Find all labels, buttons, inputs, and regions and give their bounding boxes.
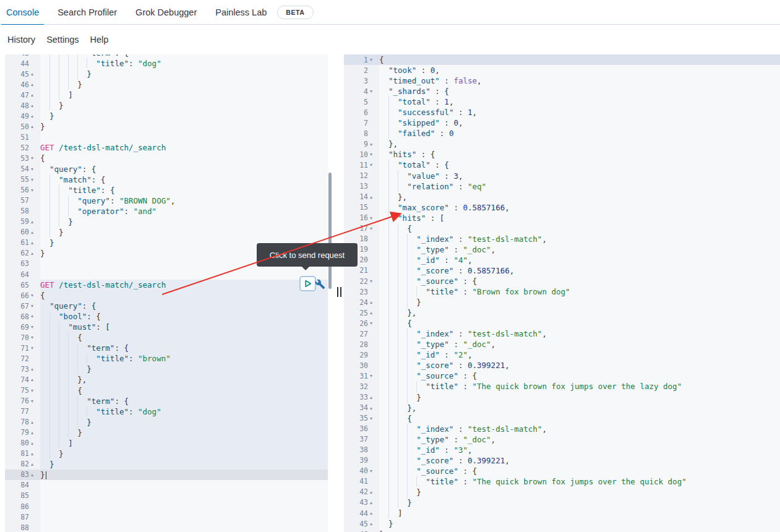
fold-toggle-icon[interactable]: ▴ (29, 79, 40, 90)
code-line-content[interactable]: }, (379, 139, 780, 149)
fold-toggle-icon[interactable]: ▾ (368, 318, 379, 328)
code-line-content[interactable]: { (379, 223, 780, 234)
code-line-content[interactable]: }, (379, 403, 780, 413)
code-line-content[interactable]: "timed_out" : false, (379, 75, 780, 86)
code-line-content[interactable]: "match": { (40, 174, 328, 185)
fold-toggle-icon[interactable]: ▴ (29, 364, 40, 374)
code-line-content[interactable]: }, (379, 307, 780, 318)
code-line-content[interactable] (40, 132, 328, 142)
code-line-content[interactable]: "hits" : { (379, 149, 780, 160)
fold-toggle-icon[interactable]: ▴ (29, 90, 40, 100)
code-line-content[interactable]: "title": "brown" (40, 353, 328, 364)
code-line-content[interactable]: "_type" : "_doc", (379, 434, 780, 445)
fold-toggle-icon[interactable]: ▴ (368, 508, 379, 518)
code-line-content[interactable]: "title" : "The quick brown fox jumps ove… (379, 381, 780, 392)
code-line-content[interactable]: GET /test-dsl-match/_search (40, 280, 328, 290)
fold-toggle-icon[interactable]: ▴ (29, 227, 40, 238)
code-line-content[interactable] (40, 522, 328, 532)
code-line-content[interactable]: "_id" : "3", (379, 445, 780, 455)
fold-toggle-icon[interactable]: ▾ (368, 413, 379, 424)
code-line-content[interactable]: "_shards" : { (379, 86, 780, 97)
fold-toggle-icon[interactable]: ▴ (29, 111, 40, 121)
code-line-content[interactable]: "must": [ (40, 322, 328, 332)
code-line-content[interactable] (40, 501, 328, 512)
code-line-content[interactable]: ] (379, 508, 780, 518)
code-line-content[interactable]: "successful" : 1, (379, 107, 780, 118)
code-line-content[interactable]: } (40, 111, 328, 121)
fold-toggle-icon[interactable]: ▾ (29, 153, 40, 163)
code-line-content[interactable]: "_id" : "4", (379, 255, 780, 265)
fold-toggle-icon[interactable]: ▾ (368, 86, 379, 97)
fold-toggle-icon[interactable]: ▾ (368, 223, 379, 234)
code-line-content[interactable]: "_score" : 0.399221, (379, 455, 780, 466)
menu-history[interactable]: History (6, 35, 36, 45)
code-line-content[interactable]: } (40, 459, 328, 470)
request-editor-scrollbar-thumb[interactable] (328, 173, 332, 289)
code-line-content[interactable]: } (40, 364, 328, 374)
tab-console[interactable]: Console (6, 0, 39, 25)
fold-toggle-icon[interactable]: ▾ (29, 301, 40, 311)
code-line-content[interactable]: "hits" : [ (379, 213, 780, 223)
code-line-content[interactable]: } (379, 529, 780, 532)
code-line-content[interactable]: } (379, 392, 780, 403)
fold-toggle-icon[interactable]: ▴ (29, 470, 40, 480)
fold-toggle-icon[interactable]: ▴ (29, 248, 40, 259)
code-line-content[interactable]: } (379, 487, 780, 497)
code-line-content[interactable]: { (379, 413, 780, 424)
code-line-content[interactable]: { (40, 385, 328, 396)
code-line-content[interactable]: "_score" : 0.5857166, (379, 265, 780, 276)
code-line-content[interactable]: "value" : 3, (379, 171, 780, 181)
code-line-content[interactable]: "bool": { (40, 311, 328, 322)
code-line-content[interactable]: "_type" : "_doc", (379, 244, 780, 255)
tab-grok-debugger[interactable]: Grok Debugger (135, 0, 197, 25)
code-line-content[interactable]: "query": "BROWN DOG", (40, 195, 328, 206)
code-line-content[interactable] (40, 512, 328, 522)
code-line-content[interactable]: } (40, 470, 328, 480)
code-line-content[interactable]: { (40, 290, 328, 301)
code-line-content[interactable]: "relation" : "eq" (379, 181, 780, 192)
code-line-content[interactable]: ] (40, 438, 328, 448)
fold-toggle-icon[interactable]: ▴ (368, 403, 379, 413)
code-line-content[interactable]: "title": "dog" (40, 406, 328, 417)
code-line-content[interactable]: { (379, 318, 780, 328)
fold-toggle-icon[interactable]: ▾ (29, 332, 40, 343)
code-line-content[interactable]: "term": { (40, 396, 328, 406)
code-line-content[interactable]: } (379, 497, 780, 508)
menu-settings[interactable]: Settings (45, 35, 80, 45)
code-line-content[interactable]: } (40, 100, 328, 111)
code-line-content[interactable]: ] (40, 90, 328, 100)
code-line-content[interactable]: } (40, 121, 328, 132)
fold-toggle-icon[interactable]: ▴ (368, 487, 379, 497)
code-line-content[interactable]: "_type" : "_doc", (379, 339, 780, 350)
code-line-content[interactable]: "max_score" : 0.5857166, (379, 202, 780, 213)
fold-toggle-icon[interactable]: ▾ (368, 213, 379, 223)
fold-toggle-icon[interactable]: ▴ (29, 417, 40, 427)
fold-toggle-icon[interactable]: ▴ (29, 69, 40, 79)
fold-toggle-icon[interactable]: ▴ (29, 374, 40, 385)
fold-toggle-icon[interactable]: ▾ (368, 466, 379, 476)
code-line-content[interactable]: } (40, 79, 328, 90)
fold-toggle-icon[interactable]: ▴ (368, 518, 379, 529)
fold-toggle-icon[interactable]: ▾ (368, 149, 379, 160)
code-line-content[interactable]: } (40, 217, 328, 227)
code-line-content[interactable]: "skipped" : 0, (379, 118, 780, 128)
code-line-content[interactable]: "_index" : "test-dsl-match", (379, 328, 780, 339)
fold-toggle-icon[interactable]: ▴ (29, 238, 40, 248)
fold-toggle-icon[interactable]: ▾ (368, 54, 379, 65)
code-line-content[interactable]: "_score" : 0.399221, (379, 360, 780, 371)
fold-toggle-icon[interactable]: ▴ (368, 497, 379, 508)
fold-toggle-icon[interactable]: ▾ (29, 290, 40, 301)
fold-toggle-icon[interactable]: ▾ (29, 396, 40, 406)
code-line-content[interactable]: "title" : "Brown fox brown dog" (379, 286, 780, 297)
fold-toggle-icon[interactable]: ▾ (368, 276, 379, 286)
fold-toggle-icon[interactable]: ▴ (29, 121, 40, 132)
code-line-content[interactable]: "_source" : { (379, 276, 780, 286)
code-line-content[interactable]: { (40, 332, 328, 343)
code-line-content[interactable]: } (379, 518, 780, 529)
code-line-content[interactable] (40, 480, 328, 491)
fold-toggle-icon[interactable]: ▴ (29, 438, 40, 448)
panel-splitter-handle[interactable] (337, 287, 341, 297)
code-line-content[interactable]: "title": { (40, 185, 328, 195)
fold-toggle-icon[interactable]: ▴ (368, 392, 379, 403)
fold-toggle-icon[interactable]: ▾ (368, 160, 379, 170)
